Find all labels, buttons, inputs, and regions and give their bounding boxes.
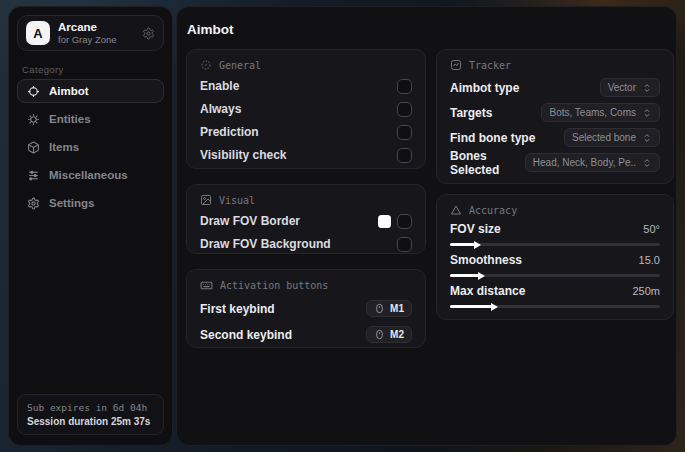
sidebar: A Arcane for Gray Zone Category Aimbot E… bbox=[8, 6, 173, 446]
subscription-box: Sub expires in 6d 04h Session duration 2… bbox=[17, 394, 164, 435]
mouse-icon bbox=[374, 329, 385, 340]
tracker-icon bbox=[450, 59, 462, 71]
sidebar-item-label: Settings bbox=[49, 197, 94, 209]
setting-row: Enable bbox=[200, 75, 412, 97]
gear-icon bbox=[27, 197, 40, 210]
sidebar-nav: Aimbot Entities Items Miscellaneous Sett… bbox=[17, 79, 164, 215]
aimbot-type-value: Vector bbox=[608, 82, 636, 93]
smoothness-slider[interactable] bbox=[450, 271, 660, 280]
slider-thumb[interactable] bbox=[478, 272, 485, 280]
draw-fov-border-label: Draw FOV Border bbox=[200, 214, 300, 228]
find-bone-type-select[interactable]: Selected bone bbox=[564, 128, 660, 147]
max-distance-slider[interactable] bbox=[450, 302, 660, 311]
accuracy-card-title: Accuracy bbox=[469, 205, 517, 216]
setting-row: Prediction bbox=[200, 121, 412, 143]
triangle-icon bbox=[450, 204, 462, 216]
chevrons-up-down-icon bbox=[642, 108, 652, 118]
visibility-check-label: Visibility check bbox=[200, 148, 287, 162]
first-keybind-value: M1 bbox=[390, 303, 404, 314]
sidebar-item-label: Entities bbox=[49, 113, 91, 125]
sidebar-item-items[interactable]: Items bbox=[17, 135, 164, 159]
chevrons-up-down-icon bbox=[642, 133, 652, 143]
setting-row: Bones Selected Head, Neck, Body, Pe.. bbox=[450, 150, 660, 175]
setting-row: Aimbot type Vector bbox=[450, 75, 660, 100]
general-card-title: General bbox=[219, 60, 261, 71]
fov-size-value: 50° bbox=[643, 223, 660, 235]
box-icon bbox=[27, 141, 40, 154]
max-distance-label: Max distance bbox=[450, 284, 525, 298]
page-title: Aimbot bbox=[187, 22, 234, 37]
setting-row: Second keybind M2 bbox=[200, 322, 412, 347]
targets-label: Targets bbox=[450, 106, 492, 120]
sidebar-item-label: Aimbot bbox=[49, 85, 89, 97]
fov-border-color-swatch[interactable] bbox=[378, 215, 391, 228]
tracker-card-title: Tracker bbox=[469, 60, 511, 71]
sub-expires-text: Sub expires in 6d 04h bbox=[27, 402, 154, 413]
bones-selected-label: Bones Selected bbox=[450, 149, 525, 177]
activation-card-title: Activation buttons bbox=[220, 280, 328, 291]
slider-thumb[interactable] bbox=[474, 241, 481, 249]
find-bone-type-label: Find bone type bbox=[450, 131, 535, 145]
first-keybind-label: First keybind bbox=[200, 302, 275, 316]
prediction-label: Prediction bbox=[200, 125, 259, 139]
crosshair-icon bbox=[27, 85, 40, 98]
setting-row: First keybind M1 bbox=[200, 296, 412, 321]
sidebar-item-settings[interactable]: Settings bbox=[17, 191, 164, 215]
chevrons-up-down-icon bbox=[642, 83, 652, 93]
crosshair-dotted-icon bbox=[200, 59, 212, 71]
slider-thumb[interactable] bbox=[491, 303, 498, 311]
find-bone-type-value: Selected bone bbox=[572, 132, 636, 143]
bones-selected-select[interactable]: Head, Neck, Body, Pe.. bbox=[525, 153, 660, 172]
setting-row: Targets Bots, Teams, Coms bbox=[450, 100, 660, 125]
smoothness-value: 15.0 bbox=[639, 254, 660, 266]
fov-size-label: FOV size bbox=[450, 222, 501, 236]
activation-card: Activation buttons First keybind M1 Seco… bbox=[186, 269, 426, 348]
chevrons-up-down-icon bbox=[642, 158, 652, 168]
draw-fov-background-label: Draw FOV Background bbox=[200, 237, 331, 251]
image-icon bbox=[200, 194, 212, 206]
enable-label: Enable bbox=[200, 79, 239, 93]
brand-logo: A bbox=[26, 21, 50, 45]
visual-card-title: Visual bbox=[219, 195, 255, 206]
draw-fov-border-checkbox[interactable] bbox=[397, 214, 412, 229]
second-keybind-button[interactable]: M2 bbox=[366, 326, 412, 343]
desktop: { "sidebar": { "brand": { "initial": "A"… bbox=[0, 0, 685, 452]
setting-row: Find bone type Selected bone bbox=[450, 125, 660, 150]
sidebar-item-label: Items bbox=[49, 141, 79, 153]
always-checkbox[interactable] bbox=[397, 102, 412, 117]
visual-card: Visual Draw FOV Border Draw FOV Backgrou… bbox=[186, 184, 426, 254]
first-keybind-button[interactable]: M1 bbox=[366, 300, 412, 317]
always-label: Always bbox=[200, 102, 241, 116]
draw-fov-background-checkbox[interactable] bbox=[397, 237, 412, 252]
sidebar-item-label: Miscellaneous bbox=[49, 169, 128, 181]
aimbot-type-label: Aimbot type bbox=[450, 81, 519, 95]
smoothness-label: Smoothness bbox=[450, 253, 522, 267]
max-distance-value: 250m bbox=[632, 285, 660, 297]
sidebar-item-miscellaneous[interactable]: Miscellaneous bbox=[17, 163, 164, 187]
sidebar-item-aimbot[interactable]: Aimbot bbox=[17, 79, 164, 103]
brand-name: Arcane bbox=[58, 21, 117, 34]
mouse-icon bbox=[374, 303, 385, 314]
enable-checkbox[interactable] bbox=[397, 79, 412, 94]
targets-value: Bots, Teams, Coms bbox=[549, 107, 636, 118]
setting-row: Draw FOV Border bbox=[200, 210, 412, 232]
setting-row: Draw FOV Background bbox=[200, 233, 412, 255]
entities-icon bbox=[27, 113, 40, 126]
brand-subtitle: for Gray Zone bbox=[58, 34, 117, 45]
session-duration-text: Session duration 25m 37s bbox=[27, 416, 154, 427]
visibility-check-checkbox[interactable] bbox=[397, 148, 412, 163]
slider-row: Max distance 250m bbox=[450, 282, 660, 311]
slider-row: Smoothness 15.0 bbox=[450, 251, 660, 280]
setting-row: Always bbox=[200, 98, 412, 120]
tracker-card: Tracker Aimbot type Vector Targets Bots,… bbox=[436, 49, 674, 184]
targets-select[interactable]: Bots, Teams, Coms bbox=[541, 103, 660, 122]
brand-settings-icon[interactable] bbox=[142, 27, 155, 40]
second-keybind-value: M2 bbox=[390, 329, 404, 340]
brand-card: A Arcane for Gray Zone bbox=[17, 15, 164, 51]
fov-size-slider[interactable] bbox=[450, 240, 660, 249]
prediction-checkbox[interactable] bbox=[397, 125, 412, 140]
main-panel: Aimbot General Enable Always Prediction … bbox=[176, 6, 677, 446]
sidebar-item-entities[interactable]: Entities bbox=[17, 107, 164, 131]
aimbot-type-select[interactable]: Vector bbox=[600, 78, 660, 97]
setting-row: Visibility check bbox=[200, 144, 412, 166]
